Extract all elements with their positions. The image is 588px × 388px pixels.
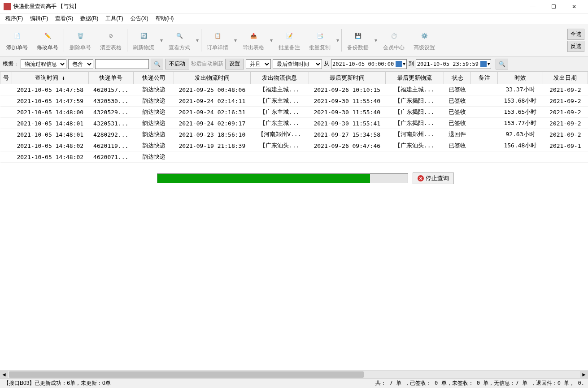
toolbar-label: 高级设置 (414, 44, 435, 52)
toolbar-高级设置[interactable]: ⚙️高级设置 (409, 26, 440, 55)
toolbar-label: 备份数据 (347, 44, 369, 52)
column-header[interactable]: 发出物流信息 (250, 72, 309, 84)
filter-timefield-select[interactable]: 最后查询时间 (273, 59, 322, 69)
toolbar-dropdown[interactable]: ▾ (335, 26, 340, 55)
column-header[interactable]: 时效 (498, 72, 543, 84)
scroll-thumb[interactable] (9, 371, 364, 378)
table-row[interactable]: 2021-10-05 14:48:014280292...韵达快递2021-09… (0, 129, 588, 140)
date-to-input[interactable]: 2021-10-05 23:59:59▼ (416, 59, 492, 69)
column-header[interactable]: 备注 (471, 72, 498, 84)
date-search-button[interactable]: 🔍 (496, 59, 508, 69)
settings-button[interactable]: 设置 (225, 59, 244, 69)
table-cell: 2021-09-2 (543, 107, 588, 118)
search-button[interactable]: 🔍 (151, 59, 163, 69)
table-row[interactable]: 2021-10-05 14:48:024620119...韵达快递2021-09… (0, 140, 588, 151)
stop-icon: ✕ (418, 175, 424, 181)
titlebar: 快递批量查询高手 【与我】 — ☐ ✕ (0, 0, 588, 13)
column-header[interactable]: 号 (0, 72, 12, 84)
close-button[interactable]: ✕ (564, 0, 584, 13)
table-cell (471, 95, 498, 107)
toolbar-dropdown[interactable]: ▾ (373, 26, 379, 55)
toolbar-label: 导出表格 (243, 44, 264, 52)
toolbar-dropdown[interactable]: ▾ (233, 26, 238, 55)
toolbar-批量复制[interactable]: 📑批量复制 (305, 26, 335, 55)
toolbar-label: 会员中心 (383, 44, 405, 52)
table-cell: 【广东汕头... (385, 140, 444, 151)
menu-program[interactable]: 程序(F) (3, 14, 26, 23)
table-cell (174, 151, 251, 163)
calendar-icon (480, 61, 487, 67)
table-cell: 153.68小时 (498, 95, 543, 107)
filter-field-select[interactable]: 物流过程信息 (21, 59, 66, 69)
toolbar-查看方式[interactable]: 🔍查看方式 (164, 26, 195, 55)
toolbar-删除单号[interactable]: 🗑️删除单号 (65, 26, 96, 55)
toolbar-批量备注[interactable]: 📝批量备注 (274, 26, 305, 55)
column-header[interactable]: 最后更新时间 (309, 72, 386, 84)
table-cell: 153.77小时 (498, 118, 543, 129)
date-from-input[interactable]: 2021-10-05 00:00:00▼ (331, 59, 407, 69)
column-header[interactable]: 状态 (444, 72, 470, 84)
column-header[interactable]: 查询时间 ↓ (12, 72, 89, 84)
table-cell (250, 151, 309, 163)
table-cell: 已签收 (444, 140, 470, 151)
column-header[interactable]: 发出物流时间 (174, 72, 251, 84)
table-cell: 2021-09-2 (543, 118, 588, 129)
table-cell: 2021-09-25 00:48:06 (174, 84, 251, 95)
table-cell: 2021-09-30 11:55:41 (309, 118, 386, 129)
column-header[interactable]: 发出日期 (543, 72, 588, 84)
column-header[interactable]: 快递单号 (88, 72, 133, 84)
menu-data[interactable]: 数据(B) (78, 14, 101, 23)
table-cell (471, 118, 498, 129)
scroll-left-arrow[interactable]: ◄ (0, 371, 8, 378)
table-row[interactable]: 2021-10-05 14:47:584620157...韵达快递2021-09… (0, 84, 588, 95)
toolbar-添加单号[interactable]: 📄添加单号 (2, 26, 32, 55)
maximize-button[interactable]: ☐ (543, 0, 564, 13)
scroll-right-arrow[interactable]: ► (580, 371, 588, 378)
table-cell: 2021-10-05 14:48:01 (12, 129, 89, 140)
table-cell: 2021-10-05 14:48:02 (12, 151, 89, 163)
toolbar-清空表格[interactable]: ⊘清空表格 (96, 26, 126, 55)
toolbar-修改单号[interactable]: ✏️修改单号 (32, 26, 63, 55)
filter-logic-select[interactable]: 并且 (246, 59, 271, 69)
select-all-button[interactable]: 全选 (567, 29, 584, 40)
filter-op-select[interactable]: 包含 (68, 59, 93, 69)
menu-notice[interactable]: 公告(X) (128, 14, 151, 23)
horizontal-scrollbar[interactable]: ◄ ► (0, 370, 588, 378)
table-cell: 韵达快递 (133, 151, 174, 163)
stop-query-button[interactable]: ✕ 停止查询 (413, 172, 454, 184)
toolbar-dropdown[interactable]: ▾ (195, 26, 200, 55)
toolbar-会员中心[interactable]: ⏱️会员中心 (379, 26, 409, 55)
menu-tools[interactable]: 工具(T) (103, 14, 126, 23)
toolbar-dropdown[interactable]: ▾ (269, 26, 274, 55)
toolbar-label: 查看方式 (169, 44, 190, 52)
filter-bar: 根据： 物流过程信息 包含 🔍 不启动 秒后自动刷新 设置 并且 最后查询时间 … (0, 56, 588, 72)
table-cell (471, 107, 498, 118)
filter-value-input[interactable] (95, 59, 149, 69)
toolbar-订单详情[interactable]: 📋订单详情 (202, 26, 233, 55)
menu-view[interactable]: 查看(S) (52, 14, 76, 23)
chevron-down-icon: ▼ (403, 62, 405, 66)
invert-selection-button[interactable]: 反选 (567, 41, 584, 52)
menu-help[interactable]: 帮助(H) (153, 14, 177, 23)
table-cell: 33.37小时 (498, 84, 543, 95)
no-start-button[interactable]: 不启动 (165, 59, 189, 69)
toolbar-刷新物流[interactable]: 🔄刷新物流 (128, 26, 159, 55)
table-row[interactable]: 2021-10-05 14:48:004320529...韵达快递2021-09… (0, 107, 588, 118)
table-cell: 2021-09-30 11:55:40 (309, 107, 386, 118)
table-row[interactable]: 2021-10-05 14:48:014320531...韵达快递2021-09… (0, 118, 588, 129)
toolbar-dropdown[interactable]: ▾ (159, 26, 164, 55)
minimize-button[interactable]: — (523, 0, 543, 13)
app-icon (4, 3, 11, 10)
toolbar-导出表格[interactable]: 📤导出表格 (238, 26, 269, 55)
menu-edit[interactable]: 编辑(E) (27, 14, 51, 23)
table-cell: 4620071... (88, 151, 133, 163)
table-cell: 4320529... (88, 107, 133, 118)
search-icon: 🔍 (499, 61, 505, 67)
column-header[interactable]: 最后更新物流 (385, 72, 444, 84)
toolbar-备份数据[interactable]: 💾备份数据 (343, 26, 373, 55)
table-row[interactable]: 2021-10-05 14:47:594320530...韵达快递2021-09… (0, 95, 588, 107)
toolbar-icon: ⊘ (104, 29, 118, 43)
table-row[interactable]: 2021-10-05 14:48:024620071...韵达快递 (0, 151, 588, 163)
column-header[interactable]: 快递公司 (133, 72, 174, 84)
chevron-down-icon: ▼ (488, 62, 490, 66)
